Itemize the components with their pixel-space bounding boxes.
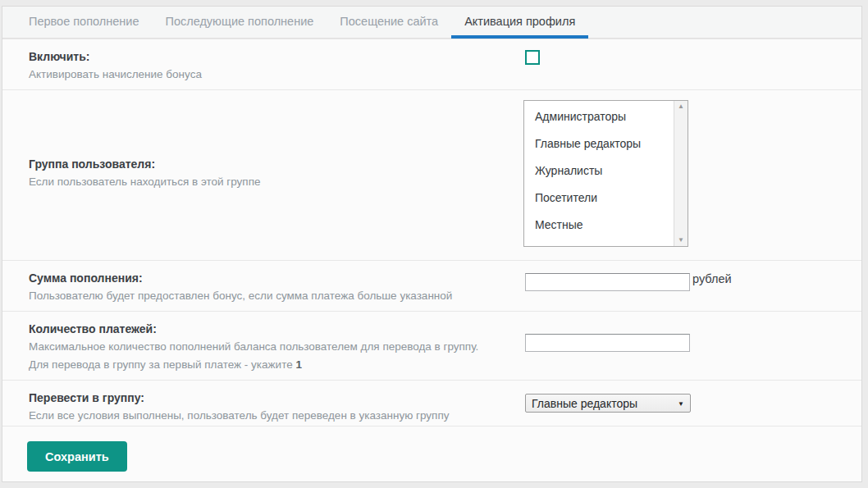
user-group-listbox[interactable]: Администраторы Главные редакторы Журнали… <box>523 100 688 247</box>
settings-panel: Первое пополнение Последующие пополнение… <box>2 6 862 482</box>
description-prefix: Для перевода в группу за первый платеж -… <box>29 358 295 371</box>
payments-count-input[interactable] <box>525 334 690 352</box>
topup-amount-label: Сумма пополнения: <box>29 269 861 287</box>
list-item[interactable]: Местные <box>524 212 674 239</box>
tabbar: Первое пополнение Последующие пополнение… <box>2 7 861 39</box>
list-item[interactable]: Посетители <box>524 185 674 212</box>
row-enable: Включить: Активировать начисление бонуса <box>2 39 861 89</box>
enable-checkbox[interactable] <box>525 50 540 65</box>
topup-amount-description: Пользователю будет предоставлен бонус, е… <box>29 287 861 305</box>
description-bold-value: 1 <box>295 358 302 371</box>
user-group-label: Группа пользователя: <box>29 155 861 173</box>
transfer-group-label: Перевести в группу: <box>29 389 861 407</box>
selected-option-label: Главные редакторы <box>532 397 637 410</box>
tab-site-visit[interactable]: Посещение сайта <box>327 7 451 39</box>
payments-count-label: Количество платежей: <box>29 320 861 338</box>
tab-first-topup[interactable]: Первое пополнение <box>16 7 152 39</box>
row-user-group: Группа пользователя: Если пользователь н… <box>2 89 861 260</box>
listbox-scrollbar[interactable]: ▲ ▼ <box>674 101 688 246</box>
tab-profile-activation[interactable]: Активация профиля <box>451 7 588 39</box>
scroll-up-icon[interactable]: ▲ <box>674 101 688 112</box>
tab-subsequent-topup[interactable]: Последующие пополнение <box>152 7 327 39</box>
scroll-down-icon[interactable]: ▼ <box>674 235 688 246</box>
row-topup-amount: Сумма пополнения: Пользователю будет пре… <box>2 260 861 311</box>
transfer-group-description: Если все условия выполнены, пользователь… <box>29 407 861 425</box>
enable-label: Включить: <box>29 48 861 66</box>
topup-amount-input[interactable] <box>525 273 690 291</box>
row-payments-count: Количество платежей: Максимальное количе… <box>2 311 861 380</box>
footer-row: Сохранить <box>2 426 861 483</box>
payments-count-description-line2: Для перевода в группу за первый платеж -… <box>29 356 861 374</box>
save-button[interactable]: Сохранить <box>27 441 127 472</box>
enable-description: Активировать начисление бонуса <box>29 66 861 84</box>
list-item[interactable]: Главные редакторы <box>524 130 674 157</box>
list-item[interactable]: Журналисты <box>524 157 674 185</box>
row-transfer-group: Перевести в группу: Если все условия вып… <box>2 380 861 426</box>
currency-unit-label: рублей <box>692 272 732 285</box>
payments-count-description-line1: Максимальное количество пополнений балан… <box>29 338 861 356</box>
user-group-options: Администраторы Главные редакторы Журнали… <box>524 101 674 246</box>
chevron-down-icon: ▼ <box>678 400 684 408</box>
user-group-description: Если пользователь находиться в этой груп… <box>29 173 861 191</box>
list-item[interactable]: Администраторы <box>524 103 674 130</box>
transfer-group-select[interactable]: Главные редакторы ▼ <box>525 394 691 413</box>
